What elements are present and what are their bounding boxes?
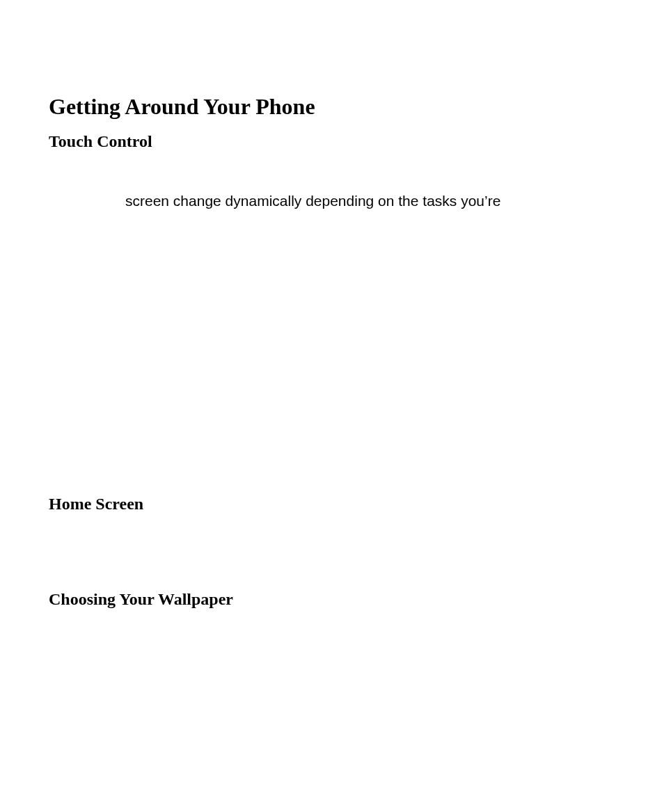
home-screen-heading: Home Screen	[49, 495, 615, 514]
page-title: Getting Around Your Phone	[49, 94, 615, 120]
choosing-wallpaper-heading: Choosing Your Wallpaper	[49, 590, 615, 609]
touch-control-heading: Touch Control	[49, 132, 615, 151]
touch-control-body-text: screen change dynamically depending on t…	[125, 193, 615, 209]
